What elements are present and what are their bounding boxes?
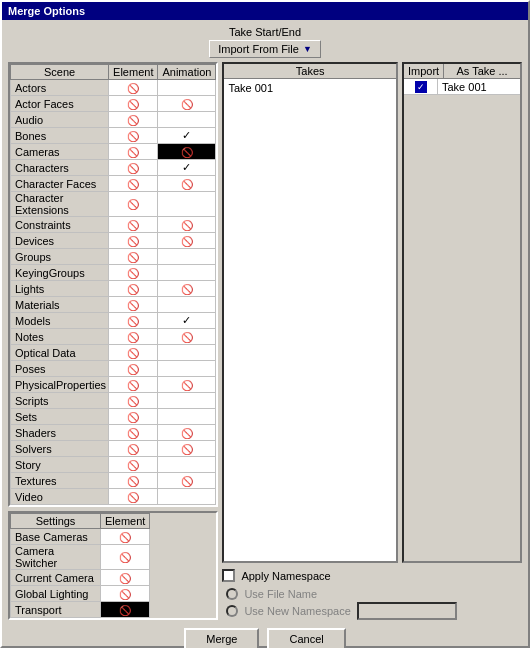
scene-col-header: Scene	[11, 65, 109, 80]
scene-table-row: Solvers🚫🚫	[11, 441, 216, 457]
namespace-input[interactable]	[357, 602, 457, 620]
element-cell[interactable]: 🚫	[109, 96, 158, 112]
element-cell[interactable]: 🚫	[109, 281, 158, 297]
scene-table-row: Textures🚫🚫	[11, 473, 216, 489]
animation-cell[interactable]	[158, 457, 216, 473]
import-col-header: Import	[404, 64, 444, 78]
scene-cell: Constraints	[11, 217, 109, 233]
element-cell[interactable]: 🚫	[109, 297, 158, 313]
import-from-file-button[interactable]: Import From File ▼	[209, 40, 321, 58]
import-row: ✓ Take 001	[404, 79, 520, 95]
scene-cell: Character Extensions	[11, 192, 109, 217]
scene-table-row: KeyingGroups🚫	[11, 265, 216, 281]
element-cell[interactable]: 🚫	[109, 160, 158, 176]
element-cell[interactable]: 🚫	[109, 144, 158, 160]
element-cell[interactable]: 🚫	[109, 361, 158, 377]
animation-cell[interactable]: 🚫	[158, 425, 216, 441]
animation-cell[interactable]: 🚫	[158, 473, 216, 489]
takes-section: Takes Take 001 Import As Take ...	[222, 62, 522, 563]
settings-element-cell[interactable]: 🚫	[101, 602, 150, 618]
animation-col-header: Animation	[158, 65, 216, 80]
scene-cell: Story	[11, 457, 109, 473]
import-check-cell[interactable]: ✓	[404, 79, 438, 94]
animation-cell[interactable]: ✓	[158, 313, 216, 329]
animation-cell[interactable]: 🚫	[158, 144, 216, 160]
element-cell[interactable]: 🚫	[109, 265, 158, 281]
element-cell[interactable]: 🚫	[109, 217, 158, 233]
element-cell[interactable]: 🚫	[109, 457, 158, 473]
element-cell[interactable]: 🚫	[109, 345, 158, 361]
element-cell[interactable]: 🚫	[109, 192, 158, 217]
apply-namespace-row: Apply Namespace	[222, 567, 522, 584]
animation-cell[interactable]	[158, 265, 216, 281]
animation-cell[interactable]: ✓	[158, 128, 216, 144]
animation-cell[interactable]: 🚫	[158, 441, 216, 457]
scene-table-row: Characters🚫✓	[11, 160, 216, 176]
animation-cell[interactable]	[158, 80, 216, 96]
scene-table-row: Shaders🚫🚫	[11, 425, 216, 441]
animation-cell[interactable]	[158, 361, 216, 377]
settings-table-row: Camera Switcher🚫	[11, 545, 150, 570]
animation-cell[interactable]	[158, 393, 216, 409]
file-icon: ▼	[303, 44, 312, 54]
element-cell[interactable]: 🚫	[109, 249, 158, 265]
element-cell[interactable]: 🚫	[109, 313, 158, 329]
settings-element-cell[interactable]: 🚫	[101, 570, 150, 586]
element-cell[interactable]: 🚫	[109, 329, 158, 345]
animation-cell[interactable]	[158, 249, 216, 265]
animation-cell[interactable]: 🚫	[158, 233, 216, 249]
animation-cell[interactable]: 🚫	[158, 217, 216, 233]
element-cell[interactable]: 🚫	[109, 441, 158, 457]
element-cell[interactable]: 🚫	[109, 489, 158, 505]
animation-cell[interactable]	[158, 409, 216, 425]
import-name-cell: Take 001	[438, 79, 520, 94]
animation-cell[interactable]: 🚫	[158, 329, 216, 345]
scene-table-row: Video🚫	[11, 489, 216, 505]
element-cell[interactable]: 🚫	[109, 112, 158, 128]
element-cell[interactable]: 🚫	[109, 409, 158, 425]
merge-button[interactable]: Merge	[184, 628, 259, 648]
options-section: Apply Namespace Use File Name Use New Na…	[222, 567, 522, 620]
scene-cell: Devices	[11, 233, 109, 249]
scene-table-row: Actors🚫	[11, 80, 216, 96]
use-file-name-row: Use File Name	[226, 588, 522, 600]
animation-cell[interactable]: 🚫	[158, 96, 216, 112]
element-cell[interactable]: 🚫	[109, 80, 158, 96]
settings-element-cell[interactable]: 🚫	[101, 529, 150, 545]
apply-namespace-checkbox[interactable]	[222, 569, 235, 582]
settings-scene-cell: Current Camera	[11, 570, 101, 586]
element-cell[interactable]: 🚫	[109, 377, 158, 393]
animation-cell[interactable]	[158, 297, 216, 313]
scene-cell: Lights	[11, 281, 109, 297]
scene-table-row: Actor Faces🚫🚫	[11, 96, 216, 112]
element-cell[interactable]: 🚫	[109, 128, 158, 144]
takes-item[interactable]: Take 001	[226, 81, 394, 95]
animation-cell[interactable]: 🚫	[158, 281, 216, 297]
use-file-name-radio[interactable]	[226, 588, 238, 600]
import-checkbox[interactable]: ✓	[415, 81, 427, 93]
scene-cell: Characters	[11, 160, 109, 176]
settings-header: Settings	[11, 514, 101, 529]
scene-cell: PhysicalProperties	[11, 377, 109, 393]
animation-cell[interactable]: 🚫	[158, 377, 216, 393]
settings-scene-cell: Global Lighting	[11, 586, 101, 602]
animation-cell[interactable]	[158, 345, 216, 361]
animation-cell[interactable]	[158, 112, 216, 128]
element-cell[interactable]: 🚫	[109, 233, 158, 249]
merge-options-window: Merge Options Take Start/End Import From…	[0, 0, 530, 648]
cancel-button[interactable]: Cancel	[267, 628, 345, 648]
bottom-buttons: Merge Cancel	[8, 624, 522, 648]
settings-element-cell[interactable]: 🚫	[101, 586, 150, 602]
animation-cell[interactable]: 🚫	[158, 176, 216, 192]
settings-element-cell[interactable]: 🚫	[101, 545, 150, 570]
use-new-namespace-radio[interactable]	[226, 605, 238, 617]
animation-cell[interactable]	[158, 489, 216, 505]
element-cell[interactable]: 🚫	[109, 176, 158, 192]
animation-cell[interactable]: ✓	[158, 160, 216, 176]
element-cell[interactable]: 🚫	[109, 473, 158, 489]
use-new-namespace-label: Use New Namespace	[244, 605, 350, 617]
animation-cell[interactable]	[158, 192, 216, 217]
element-cell[interactable]: 🚫	[109, 393, 158, 409]
element-cell[interactable]: 🚫	[109, 425, 158, 441]
take-start-end-label: Take Start/End	[229, 26, 301, 38]
